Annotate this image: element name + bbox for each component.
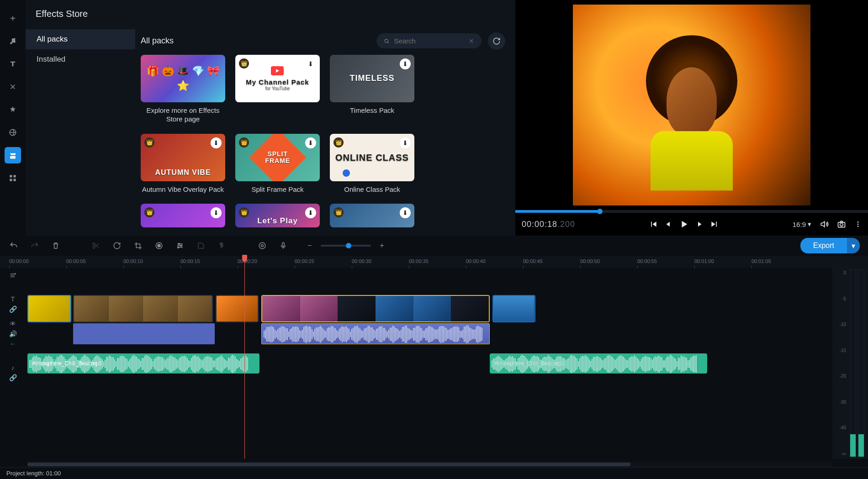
microphone-button[interactable]: [278, 240, 289, 251]
zoom-slider[interactable]: [321, 245, 371, 247]
preview-viewport[interactable]: [515, 0, 868, 210]
nav-all-packs[interactable]: All packs: [26, 29, 135, 49]
eye-icon[interactable]: 👁: [9, 320, 17, 328]
speaker-icon[interactable]: 🔊: [9, 330, 17, 338]
delete-button[interactable]: [50, 240, 61, 251]
pack-fluffy[interactable]: 👑 ⬇: [141, 204, 225, 227]
music-track-icon[interactable]: ♪: [9, 363, 17, 372]
download-icon[interactable]: ⬇: [211, 137, 222, 148]
download-icon[interactable]: ⬇: [305, 58, 316, 69]
pack-online-class[interactable]: 👑 ⬇ ONLINE CLASS Online Class Pack: [330, 134, 414, 194]
preview-menu-button[interactable]: [854, 221, 862, 228]
audio-link-icon[interactable]: 🔗: [9, 374, 17, 382]
timeline: 00:00:0000:00:0500:00:1000:00:1500:00:20…: [0, 256, 868, 479]
audio-track[interactable]: Atmosphere_Chill_Beat.mp3 Atmosphere_Chi…: [27, 353, 868, 374]
color-adjust-button[interactable]: [196, 240, 206, 251]
video-track[interactable]: [27, 295, 868, 322]
rotate-button[interactable]: [111, 240, 122, 251]
download-icon[interactable]: ⬇: [211, 207, 222, 218]
tracks-area[interactable]: T 🔗 👁 🔊 ← ♪ 🔗: [0, 268, 868, 467]
playhead-time: 00:00:18.200: [522, 220, 575, 229]
ruler-tick: 00:01:00: [694, 258, 714, 264]
pack-timeless[interactable]: ⬇ TIMELESS Timeless Pack: [330, 55, 414, 124]
back-icon[interactable]: ←: [9, 340, 17, 348]
go-start-button[interactable]: [649, 219, 658, 229]
pack-lets-play[interactable]: 👑 ⬇ Let's Play: [235, 204, 320, 227]
prev-frame-button[interactable]: [664, 219, 672, 229]
split-button[interactable]: [90, 240, 101, 251]
download-icon[interactable]: ⬇: [400, 137, 411, 148]
crop-button[interactable]: [132, 240, 143, 251]
ruler-tick: 00:00:10: [123, 258, 143, 264]
pack-explore[interactable]: 🎁🎃🎩 💎🎀⭐ Explore more on Effects Store pa…: [141, 55, 225, 124]
refresh-button[interactable]: [488, 32, 505, 50]
export-dropdown-button[interactable]: ▾: [847, 238, 860, 253]
import-icon[interactable]: [5, 10, 21, 26]
pack-label: Online Class Pack: [344, 185, 400, 194]
effects-library: Effects Store All packs Installed All pa…: [26, 0, 515, 236]
pack-extra[interactable]: 👑 ⬇: [330, 204, 414, 227]
timeline-zoom: − +: [304, 240, 387, 251]
project-length: Project length: 01:00: [6, 470, 61, 477]
search-icon: [384, 37, 389, 45]
titles-icon[interactable]: [5, 56, 21, 72]
add-track-icon[interactable]: [9, 271, 17, 279]
linked-audio-clip-selected[interactable]: [261, 323, 490, 344]
elements-icon[interactable]: [5, 124, 21, 141]
marker-button[interactable]: [217, 240, 228, 251]
title-track-icon[interactable]: T: [9, 295, 17, 303]
zoom-out-button[interactable]: −: [304, 240, 315, 251]
nav-installed[interactable]: Installed: [26, 49, 135, 69]
content-header-title: All packs: [141, 36, 174, 46]
clear-search-icon[interactable]: ✕: [469, 37, 474, 45]
timeline-h-scrollbar[interactable]: [27, 462, 831, 467]
video-clip[interactable]: [27, 295, 71, 322]
preview-scrubber[interactable]: [515, 210, 868, 213]
linked-audio-clip[interactable]: [73, 323, 215, 344]
snapshot-button[interactable]: [837, 220, 846, 229]
svg-point-3: [14, 41, 16, 43]
svg-rect-6: [14, 175, 16, 177]
audio-clip[interactable]: Atmosphere_Chill_Beat.mp3: [490, 353, 707, 374]
video-clip-selected[interactable]: [261, 295, 490, 322]
volume-button[interactable]: [820, 220, 829, 229]
aspect-ratio-selector[interactable]: 16:9 ▾: [793, 220, 811, 228]
download-icon[interactable]: ⬇: [305, 207, 316, 218]
pack-my-channel[interactable]: 👑 ⬇ My Channel Pack for YouTube: [235, 55, 320, 124]
svg-point-19: [158, 244, 160, 247]
ruler-tick: 00:00:25: [295, 258, 314, 264]
link-track-icon[interactable]: 🔗: [9, 305, 17, 313]
download-icon[interactable]: ⬇: [305, 137, 316, 148]
pack-autumn-vibe[interactable]: 👑 ⬇ AUTUMN VIBE Autumn Vibe Overlay Pack: [141, 134, 225, 194]
ruler-tick: 00:00:15: [180, 258, 200, 264]
svg-rect-28: [282, 242, 285, 246]
effects-store-icon[interactable]: [5, 147, 21, 163]
svg-point-15: [857, 226, 859, 227]
time-ruler[interactable]: 00:00:0000:00:0500:00:1000:00:1500:00:20…: [0, 256, 868, 268]
clip-properties-button[interactable]: [175, 240, 185, 251]
video-clip[interactable]: [492, 295, 535, 322]
transitions-icon[interactable]: [5, 79, 21, 95]
undo-button[interactable]: [8, 240, 19, 251]
search-input[interactable]: [394, 37, 464, 45]
download-icon[interactable]: ⬇: [400, 207, 411, 218]
download-icon[interactable]: ⬇: [400, 58, 411, 69]
pack-split-frame[interactable]: 👑 ⬇ SPLIT FRAME Split Frame Pack: [235, 134, 320, 194]
pack-label: Timeless Pack: [350, 106, 394, 115]
search-box[interactable]: ✕: [376, 33, 482, 48]
video-clip[interactable]: [73, 295, 213, 322]
zoom-in-button[interactable]: +: [376, 240, 387, 251]
redo-button[interactable]: [29, 240, 40, 251]
premium-icon: 👑: [239, 58, 249, 68]
play-button[interactable]: [679, 219, 689, 229]
go-end-button[interactable]: [710, 219, 719, 229]
export-button[interactable]: Export: [800, 238, 847, 253]
record-voice-button[interactable]: [257, 240, 268, 251]
next-frame-button[interactable]: [695, 219, 704, 229]
more-tools-icon[interactable]: [5, 170, 21, 186]
audio-clip[interactable]: Atmosphere_Chill_Beat.mp3: [27, 353, 259, 374]
audio-icon[interactable]: [5, 33, 21, 49]
effects-icon[interactable]: [5, 101, 21, 118]
video-clip[interactable]: [216, 295, 259, 322]
record-button[interactable]: [153, 240, 164, 251]
